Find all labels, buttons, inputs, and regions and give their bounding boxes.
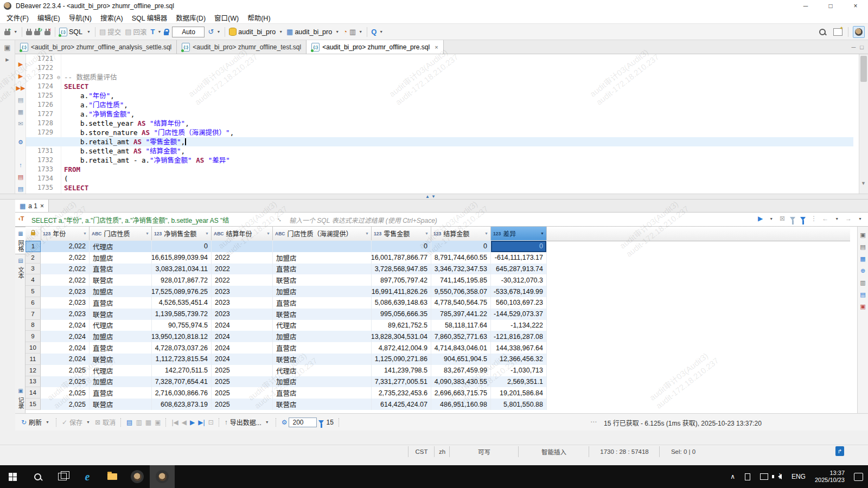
close-tab-icon[interactable]: ×: [435, 44, 438, 50]
grid-cell[interactable]: -1,134,222: [491, 320, 547, 331]
grid-cell[interactable]: 141,239,798.5: [372, 365, 431, 376]
commit-mode-combo[interactable]: Auto: [172, 27, 205, 37]
grid-cell[interactable]: 4,714,843,046.01: [431, 342, 491, 354]
editor-tab-1[interactable]: <audit_bi_pro> zhumr_offline_test.sql: [177, 40, 307, 54]
grid-cell[interactable]: 0: [152, 241, 212, 252]
file-explorer-icon[interactable]: [100, 465, 125, 488]
grid-cell[interactable]: 直营店: [90, 387, 152, 399]
database-selector[interactable]: audit_bi_pro: [229, 28, 284, 36]
menu-item-1[interactable]: 编辑(E): [33, 12, 65, 23]
code-line[interactable]: a."门店性质",: [64, 100, 128, 110]
new-connection-dropdown[interactable]: [14, 30, 17, 34]
fetch-size-input[interactable]: 200: [289, 418, 317, 427]
results-grid[interactable]: 123年份▼ABC门店性质▼123净销售金额▼ABC结算年份▼ABC门店性质（海…: [25, 227, 868, 413]
search-dropdown[interactable]: [379, 30, 383, 34]
grid-cell[interactable]: 2,024: [41, 320, 90, 331]
grid-cell[interactable]: 2,022: [41, 264, 90, 275]
grid-cell[interactable]: 直营店: [90, 264, 152, 275]
volume-icon[interactable]: [778, 474, 782, 479]
grid-cell[interactable]: [273, 241, 372, 252]
record-mode-toggle[interactable]: ▣记录: [15, 384, 25, 411]
filter-sql-text[interactable]: SELECT a."年份", a."门店性质", a."净销售金额", b.se…: [31, 215, 270, 224]
results-filter-bar[interactable]: ‹T SELECT a."年份", a."门店性质", a."净销售金额", b…: [15, 213, 868, 227]
grid-cell[interactable]: -121,816,287.08: [491, 331, 547, 342]
row-number[interactable]: 5: [25, 286, 41, 297]
execute-statement-icon[interactable]: ▶: [16, 60, 25, 68]
grid-cell[interactable]: -30,312,070.3: [491, 274, 547, 286]
column-dropdown-icon[interactable]: ▼: [83, 232, 87, 235]
grid-cell[interactable]: 2025: [212, 376, 273, 388]
grid-cell[interactable]: 代理店: [90, 241, 152, 252]
columns-icon[interactable]: ▤: [858, 291, 868, 298]
row-number[interactable]: 11: [25, 354, 41, 365]
row-number[interactable]: 13: [25, 376, 41, 388]
close-button[interactable]: ×: [843, 0, 868, 12]
code-line[interactable]: b.settle_amt AS "结算金额",: [64, 146, 185, 156]
grid-cell[interactable]: 5,086,639,148.63: [372, 297, 431, 309]
grid-corner-cell[interactable]: [25, 227, 41, 240]
forward-dropdown[interactable]: [858, 217, 862, 221]
code-line[interactable]: b.retail_amt AS "零售金额",: [64, 137, 186, 146]
minimize-button[interactable]: ─: [793, 0, 818, 12]
row-number[interactable]: 7: [25, 309, 41, 320]
code-line[interactable]: b.retail_amt - a."净销售金额" AS "差异": [64, 156, 230, 165]
grid-cell[interactable]: 5,801,550.88: [491, 399, 547, 410]
editor-results-splitter[interactable]: ▲▼: [0, 194, 868, 200]
grid-cell[interactable]: 联营店: [273, 274, 372, 286]
grid-cell[interactable]: 13,828,304,531.04: [372, 331, 431, 342]
maximize-panel-icon[interactable]: ▤: [858, 243, 868, 251]
close-results-icon[interactable]: ×: [40, 202, 44, 210]
restore-panel-icon[interactable]: ▣: [0, 43, 15, 52]
grid-cell[interactable]: 4,778,540,564.75: [431, 297, 491, 309]
rows-icon[interactable]: ▥: [858, 279, 868, 286]
grid-cell[interactable]: 2,025: [41, 365, 90, 376]
grid-cell[interactable]: 16,001,787,866.77: [372, 252, 431, 264]
grid-cell[interactable]: 4,728,073,037.26: [152, 342, 212, 354]
row-number[interactable]: 1: [25, 241, 41, 252]
grid-cell[interactable]: 2024: [212, 320, 273, 331]
grid-cell[interactable]: 9,550,706,358.07: [431, 286, 491, 297]
grid-cell[interactable]: 58,118,117.64: [431, 320, 491, 331]
prev-row-icon[interactable]: ◀: [182, 419, 187, 426]
grid-cell[interactable]: 645,287,913.74: [491, 264, 547, 275]
grid-cell[interactable]: 2,024: [41, 331, 90, 342]
view-tab-text[interactable]: ▤文本: [15, 254, 26, 281]
export-result-icon[interactable]: ↑: [16, 160, 25, 169]
grid-cell[interactable]: 加盟店: [90, 376, 152, 388]
connect-button[interactable]: [26, 29, 32, 35]
new-connection-button[interactable]: +: [4, 29, 11, 35]
column-header-6[interactable]: 123结算金额▼: [431, 227, 491, 240]
filter-icon[interactable]: [800, 217, 806, 221]
grid-cell[interactable]: 2024: [212, 342, 273, 354]
column-dropdown-icon[interactable]: ▼: [365, 232, 369, 235]
record-mode-tab[interactable]: ▣记录: [15, 384, 26, 411]
maximize-editor-icon[interactable]: □: [860, 44, 864, 50]
grid-cell[interactable]: 2024: [212, 354, 273, 365]
grid-cell[interactable]: 3,346,732,347.53: [431, 264, 491, 275]
perspective-icon[interactable]: [833, 28, 843, 36]
grid-cell[interactable]: 直营店: [90, 342, 152, 354]
menu-item-4[interactable]: SQL 编辑器: [127, 12, 172, 23]
grid-cell[interactable]: 直营店: [273, 264, 372, 275]
grid-cell[interactable]: 直营店: [273, 297, 372, 309]
grid-cell[interactable]: -1,030,713: [491, 365, 547, 376]
back-dropdown[interactable]: [835, 217, 839, 221]
code-area[interactable]: -- 数据质量评估SELECT a."年份", a."门店性质", a."净销售…: [61, 54, 853, 194]
fetch-settings-gear-icon[interactable]: ⚙: [282, 419, 288, 426]
sql-editor-button[interactable]: SQL: [59, 28, 84, 36]
column-dropdown-icon[interactable]: ▼: [145, 232, 149, 235]
code-line[interactable]: SELECT: [64, 183, 88, 192]
row-number[interactable]: 8: [25, 320, 41, 331]
grid-cell[interactable]: -533,678,149.99: [491, 286, 547, 297]
notification-center-icon[interactable]: [854, 473, 863, 481]
first-row-icon[interactable]: |◀: [171, 419, 178, 426]
grid-cell[interactable]: 代理店: [273, 365, 372, 376]
grid-cell[interactable]: 4,872,412,004.9: [372, 342, 431, 354]
column-dropdown-icon[interactable]: ▼: [266, 232, 270, 235]
refresh-button[interactable]: ↻刷新: [21, 418, 51, 427]
column-dropdown-icon[interactable]: ▼: [205, 232, 209, 235]
results-tab[interactable]: ▦ a 1 ×: [15, 200, 49, 212]
row-number[interactable]: 15: [25, 399, 41, 410]
grid-cell[interactable]: 直营店: [273, 342, 372, 354]
grid-cell[interactable]: -144,529,073.37: [491, 309, 547, 320]
